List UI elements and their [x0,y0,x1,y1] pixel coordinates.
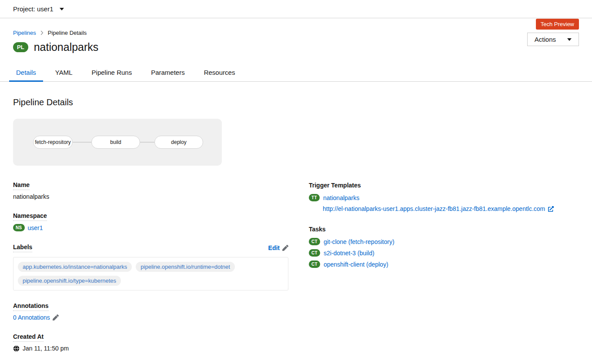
task-link-git-clone[interactable]: git-clone (fetch-repository) [324,238,395,245]
graph-edge [73,142,91,143]
title-row: PL nationalparks [13,41,579,53]
cluster-task-badge: CT [309,260,320,268]
tab-resources[interactable]: Resources [197,65,242,82]
tab-parameters[interactable]: Parameters [144,65,192,82]
label-tag[interactable]: app.kubernetes.io/instance=nationalparks [18,262,132,272]
actions-label: Actions [535,36,556,43]
breadcrumb: Pipelines Pipeline Details [13,30,579,36]
tasks-block: Tasks CT git-clone (fetch-repository) CT… [309,226,579,268]
breadcrumb-current: Pipeline Details [48,30,87,36]
trigger-template-url-link[interactable]: http://el-nationalparks-user1.apps.clust… [323,205,554,212]
external-link-icon [548,206,554,212]
tab-details[interactable]: Details [9,65,43,82]
details-tab-content: Pipeline Details fetch-repository build … [0,97,592,364]
globe-icon [13,345,20,352]
trigger-templates-label: Trigger Templates [309,182,579,189]
namespace-value: NS user1 [13,224,288,231]
labels-label: Labels [13,244,32,252]
pencil-icon [282,245,288,251]
pencil-icon [53,314,59,321]
breadcrumb-pipelines-link[interactable]: Pipelines [13,30,36,36]
task-row: CT git-clone (fetch-repository) [309,238,579,245]
annotations-value: 0 Annotations [13,314,288,321]
section-title: Pipeline Details [13,97,579,107]
annotations-label: Annotations [13,302,288,309]
task-row: CT openshift-client (deploy) [309,260,579,268]
caret-down-icon [567,38,572,41]
page-header: Pipelines Pipeline Details Tech Preview … [0,18,592,53]
task-link-s2i-dotnet-3[interactable]: s2i-dotnet-3 (build) [324,250,375,257]
trigger-template-badge: TT [309,194,320,201]
created-at-text: Jan 11, 11:50 pm [23,345,69,352]
tab-yaml[interactable]: YAML [48,65,80,82]
namespace-badge: NS [13,224,25,231]
tasks-label: Tasks [309,226,579,233]
tab-pipeline-runs[interactable]: Pipeline Runs [85,65,139,82]
label-tag[interactable]: pipeline.openshift.io/type=kubernetes [18,276,121,286]
caret-down-icon [60,8,64,10]
tab-bar: Details YAML Pipeline Runs Parameters Re… [0,65,592,82]
name-value: nationalparks [13,193,288,200]
task-row: CT s2i-dotnet-3 (build) [309,249,579,257]
graph-node-fetch-repository[interactable]: fetch-repository [33,136,73,149]
tech-preview-badge[interactable]: Tech Preview [536,19,579,30]
actions-dropdown[interactable]: Actions [527,33,579,46]
labels-edit-button[interactable]: Edit [268,244,288,251]
details-right-column: Trigger Templates TT nationalparks http:… [309,181,579,364]
cluster-task-badge: CT [309,238,320,245]
details-left-column: Name nationalparks Namespace NS user1 La… [13,181,288,364]
project-bar: Project: user1 [0,0,592,18]
namespace-label: Namespace [13,212,288,219]
namespace-link[interactable]: user1 [28,224,43,231]
created-at-label: Created At [13,333,288,340]
name-label: Name [13,181,288,188]
trigger-template-url-row: http://el-nationalparks-user1.apps.clust… [323,205,579,212]
graph-node-build[interactable]: build [91,136,140,149]
pipeline-graph: fetch-repository build deploy [13,119,222,166]
created-at-value: Jan 11, 11:50 pm [13,345,288,352]
graph-node-deploy[interactable]: deploy [154,136,203,149]
project-selector-label: Project: user1 [13,5,54,13]
pipeline-resource-badge: PL [13,42,28,52]
breadcrumb-separator-icon [40,30,43,35]
trigger-template-row: TT nationalparks [309,194,579,201]
task-link-openshift-client[interactable]: openshift-client (deploy) [324,261,388,268]
labels-header: Labels Edit [13,244,288,252]
graph-edge [140,142,154,143]
cluster-task-badge: CT [309,249,320,257]
trigger-template-link[interactable]: nationalparks [323,194,359,201]
project-selector-dropdown[interactable]: Project: user1 [13,5,64,13]
labels-group: app.kubernetes.io/instance=nationalparks… [13,257,288,291]
page-title: nationalparks [34,41,99,53]
annotations-edit-button[interactable]: 0 Annotations [13,314,59,321]
label-tag[interactable]: pipeline.openshift.io/runtime=dotnet [136,262,235,272]
